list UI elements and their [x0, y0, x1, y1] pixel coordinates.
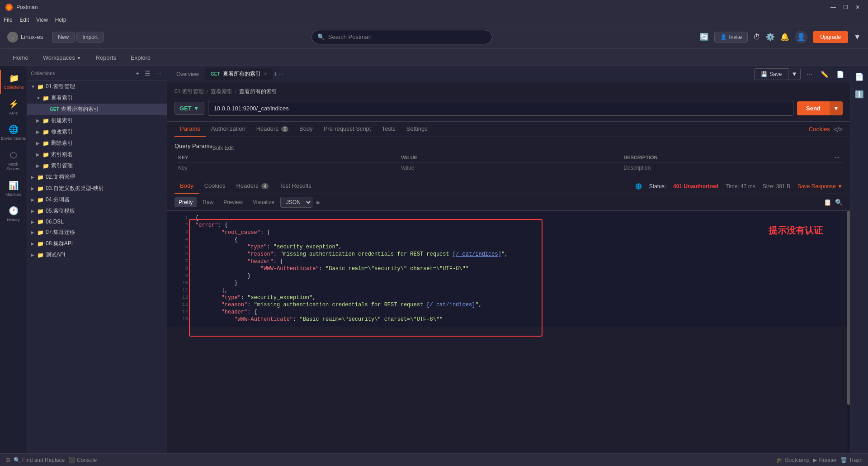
tree-node-01-2[interactable]: ▶ 📁 创建索引: [27, 115, 167, 126]
trash-button[interactable]: 🗑️ Trash: [840, 457, 863, 463]
user-profile-icon[interactable]: 👤: [795, 31, 807, 43]
copy-icon[interactable]: 📋: [824, 199, 831, 206]
bulk-edit-button[interactable]: Bulk Edit: [212, 145, 234, 151]
tab-close-button[interactable]: ✕: [264, 71, 267, 76]
line-number: 8: [175, 266, 188, 271]
expand-icon[interactable]: ▼: [854, 33, 861, 41]
sidebar-item-environments[interactable]: 🌐 Environments: [0, 121, 27, 145]
tab-reports[interactable]: Reports: [90, 51, 122, 66]
filter-button[interactable]: ☰: [143, 69, 152, 78]
more-options-button[interactable]: ···: [154, 69, 163, 78]
sync-icon[interactable]: 🔄: [700, 33, 709, 41]
cookies-link[interactable]: Cookies: [809, 126, 830, 133]
tab-add-button[interactable]: +: [274, 70, 278, 78]
invite-button[interactable]: 👤Invite: [714, 32, 748, 43]
format-type-select[interactable]: JSON XML HTML Text: [280, 197, 312, 208]
desc-more-icon[interactable]: ···: [835, 155, 839, 160]
description-input[interactable]: [623, 165, 839, 171]
value-input[interactable]: [401, 165, 617, 171]
menu-view[interactable]: View: [36, 17, 48, 23]
tree-node-05[interactable]: ▶ 📁 05.索引模板: [27, 205, 167, 217]
req-tab-body[interactable]: Body: [294, 122, 318, 137]
resp-tab-test-results[interactable]: Test Results: [274, 179, 317, 194]
format-pretty-button[interactable]: Pretty: [175, 197, 197, 207]
console-button[interactable]: ⬛ Console: [68, 457, 97, 463]
menu-file[interactable]: File: [4, 17, 12, 23]
save-response-button[interactable]: Save Response ▼: [797, 183, 843, 190]
format-preview-button[interactable]: Preview: [219, 197, 247, 207]
tree-node-01-6[interactable]: ▶ 📁 索引管理: [27, 160, 167, 171]
method-select[interactable]: GET ▼: [175, 102, 204, 115]
tree-node-01-1[interactable]: ▼ 📁 查看索引: [27, 92, 167, 104]
right-panel-icon-2[interactable]: ℹ️: [852, 87, 867, 101]
save-button[interactable]: 💾 Save: [754, 68, 788, 80]
right-panel-icon-1[interactable]: 📄: [852, 70, 867, 84]
sidebar-item-history[interactable]: 🕐 History: [0, 202, 27, 226]
sidebar-item-collections[interactable]: 📁 Collections: [0, 70, 27, 94]
sidebar-toggle-button[interactable]: ⊟: [5, 457, 10, 463]
req-tab-authorization[interactable]: Authorization: [206, 122, 251, 137]
tree-node-01-5[interactable]: ▶ 📁 索引别名: [27, 149, 167, 160]
tree-node-07[interactable]: ▶ 📁 07.集群迁移: [27, 227, 167, 238]
tab-overview[interactable]: Overview: [171, 69, 204, 79]
tab-more-button[interactable]: ···: [278, 71, 284, 78]
req-tab-params[interactable]: Params: [175, 122, 206, 137]
save-dropdown-button[interactable]: ▼: [788, 68, 800, 80]
upgrade-button[interactable]: Upgrade: [813, 31, 848, 43]
key-input[interactable]: [178, 165, 394, 171]
request-more-button[interactable]: ···: [804, 68, 815, 81]
tree-node-01-3[interactable]: ▶ 📁 修改索引: [27, 126, 167, 138]
tree-node-08[interactable]: ▶ 📁 08.集群API: [27, 238, 167, 249]
search-bar[interactable]: 🔍 Search Postman: [311, 30, 492, 44]
tree-node-02[interactable]: ▶ 📁 02.文档管理: [27, 171, 167, 183]
tree-node-01[interactable]: ▼ 📁 01.索引管理: [27, 81, 167, 92]
find-replace-button[interactable]: 🔍 Find and Replace: [14, 457, 65, 463]
settings-icon[interactable]: ⚙️: [766, 33, 775, 41]
resp-tab-body[interactable]: Body: [175, 179, 199, 194]
req-tab-headers[interactable]: Headers 6: [251, 122, 294, 137]
search-response-icon[interactable]: 🔍: [835, 199, 843, 206]
chevron-right-icon: ▶: [31, 252, 37, 257]
doc-button[interactable]: 📄: [834, 68, 846, 80]
sidebar-item-apis[interactable]: ⚡ APIs: [0, 95, 27, 119]
sidebar-item-monitors[interactable]: 📊 Monitors: [0, 177, 27, 200]
collections-icon: 📁: [9, 73, 19, 83]
menu-edit[interactable]: Edit: [19, 17, 29, 23]
tree-node-03[interactable]: ▶ 📁 03.自定义数据类型-映射: [27, 183, 167, 194]
close-button[interactable]: ✕: [853, 4, 863, 10]
format-visualize-button[interactable]: Visualize: [249, 197, 278, 207]
tree-node-01-4[interactable]: ▶ 📁 删除索引: [27, 138, 167, 149]
format-raw-button[interactable]: Raw: [198, 197, 217, 207]
format-options-icon[interactable]: ≡: [316, 199, 320, 206]
minimize-button[interactable]: —: [828, 4, 839, 10]
req-tab-tests[interactable]: Tests: [376, 122, 401, 137]
scrollbar-thumb[interactable]: [847, 211, 850, 405]
add-collection-button[interactable]: +: [134, 69, 141, 78]
history-icon[interactable]: ⏱: [753, 33, 760, 41]
import-button[interactable]: Import: [76, 32, 104, 43]
send-dropdown-button[interactable]: ▼: [830, 101, 843, 115]
send-button[interactable]: Send: [797, 101, 830, 115]
tree-node-04[interactable]: ▶ 📁 04.分词器: [27, 194, 167, 205]
tree-node-09[interactable]: ▶ 📁 测试API: [27, 249, 167, 261]
code-icon[interactable]: </>: [834, 126, 843, 133]
bootcamp-button[interactable]: 🎓 Bootcamp: [776, 457, 809, 463]
menu-help[interactable]: Help: [55, 17, 66, 23]
tab-home[interactable]: Home: [7, 51, 34, 66]
req-tab-settings[interactable]: Settings: [401, 122, 433, 137]
tree-node-06[interactable]: ▶ 📁 06.DSL: [27, 217, 167, 227]
tab-workspaces[interactable]: Workspaces ▼: [38, 51, 87, 66]
tab-active-request[interactable]: GET 查看所有的索引 ✕: [205, 68, 273, 80]
runner-button[interactable]: ▶ Runner: [813, 457, 836, 463]
maximize-button[interactable]: ☐: [840, 4, 851, 10]
tab-explore[interactable]: Explore: [125, 51, 156, 66]
edit-button[interactable]: ✏️: [818, 68, 830, 80]
req-tab-pre-request[interactable]: Pre-request Script: [318, 122, 377, 137]
resp-tab-headers[interactable]: Headers 4: [231, 179, 274, 194]
new-button[interactable]: New: [52, 32, 75, 43]
resp-tab-cookies[interactable]: Cookies: [199, 179, 231, 194]
notification-icon[interactable]: 🔔: [780, 33, 789, 41]
url-input[interactable]: [208, 101, 793, 116]
tree-node-01-1-1[interactable]: ▶ GET 查看所有的索引: [27, 104, 167, 115]
sidebar-item-mock-servers[interactable]: ⬡ Mock Servers: [0, 147, 27, 176]
